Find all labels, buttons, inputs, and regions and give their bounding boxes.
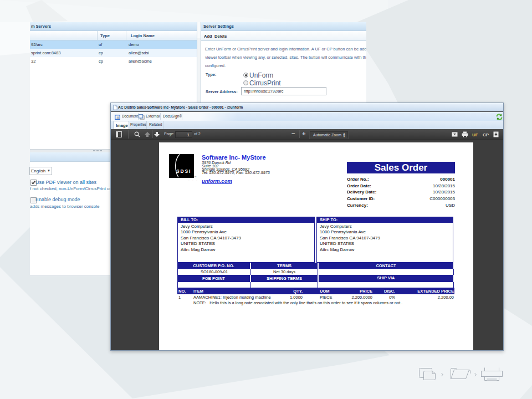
svg-text:SDSI: SDSI <box>176 168 191 174</box>
